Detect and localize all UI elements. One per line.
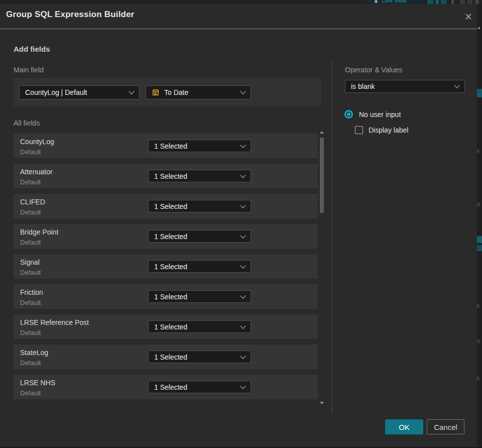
display-label-checkbox[interactable]: Display label: [355, 126, 408, 134]
field-sublabel: Default: [20, 389, 41, 397]
field-sublabel: Default: [20, 239, 41, 246]
background-app-fragment: [477, 202, 480, 206]
background-app-fragment: [467, 0, 472, 4]
chevron-down-icon: [240, 142, 246, 148]
main-field-box: CountyLog | Default To Date: [14, 78, 321, 106]
operator-values-label: Operator & Values: [345, 66, 402, 74]
field-selected-dropdown[interactable]: 1 Selected: [148, 260, 251, 273]
field-name: CountyLog: [20, 138, 54, 146]
scrollbar-down-arrow-icon[interactable]: [320, 402, 324, 404]
background-app-fragment: [477, 340, 480, 343]
background-app-fragment: [477, 377, 479, 380]
field-selected-dropdown[interactable]: 1 Selected: [148, 170, 251, 182]
operator-dropdown[interactable]: is blank: [345, 80, 465, 93]
field-name: CLIFED: [20, 198, 45, 206]
scrollbar-up-arrow-icon[interactable]: [320, 131, 324, 134]
selected-count-label: 1 Selected: [154, 233, 187, 241]
scrollbar-thumb[interactable]: [320, 138, 324, 213]
field-name: Attenuator: [20, 168, 53, 176]
background-app-fragment: [477, 245, 482, 251]
background-app-fragment: [475, 0, 479, 4]
radio-selected-icon: [344, 110, 353, 119]
no-user-input-radio[interactable]: No user input: [344, 110, 401, 119]
field-selected-dropdown[interactable]: 1 Selected: [148, 320, 251, 333]
chevron-down-icon: [240, 263, 246, 268]
main-field-dropdown[interactable]: CountyLog | Default: [19, 85, 140, 99]
background-app-bar: Live view: [0, 0, 482, 4]
all-fields-list: CountyLogDefault1 SelectedAttenuatorDefa…: [14, 134, 318, 405]
background-app-fragment: [477, 236, 482, 243]
calendar-icon: [152, 88, 160, 96]
selected-count-label: 1 Selected: [154, 293, 187, 301]
chevron-down-icon: [240, 323, 246, 328]
background-app-fragment: [478, 27, 480, 29]
field-row: AttenuatorDefault1 Selected: [14, 164, 318, 188]
no-user-input-label: No user input: [359, 110, 401, 119]
background-app-fragment: [477, 150, 479, 153]
chevron-down-icon: [240, 383, 246, 389]
chevron-down-icon: [240, 202, 246, 208]
main-field-dropdown-value: CountyLog | Default: [25, 88, 87, 96]
selected-count-label: 1 Selected: [154, 323, 187, 331]
dialog-title: Group SQL Expression Builder: [6, 10, 135, 20]
background-app-fragment: [477, 89, 482, 97]
background-right-strip: [477, 4, 482, 448]
field-selected-dropdown[interactable]: 1 Selected: [148, 200, 251, 212]
group-sql-expression-builder-dialog: Group SQL Expression Builder ✕ Add field…: [0, 4, 477, 447]
field-sublabel: Default: [20, 148, 41, 156]
title-divider: [0, 29, 477, 29]
field-sublabel: Default: [20, 269, 41, 276]
field-name: LRSE Reference Post: [20, 318, 89, 326]
background-app-fragment: [477, 304, 479, 308]
chevron-down-icon: [240, 233, 246, 238]
chevron-down-icon: [129, 88, 134, 94]
close-icon[interactable]: ✕: [461, 9, 476, 24]
main-field-label: Main field: [14, 66, 44, 74]
ok-button[interactable]: OK: [385, 419, 423, 434]
field-selected-dropdown[interactable]: 1 Selected: [148, 290, 251, 303]
chevron-down-icon: [240, 172, 246, 178]
chevron-down-icon: [240, 293, 246, 298]
all-fields-label: All fields: [14, 119, 40, 127]
selected-count-label: 1 Selected: [154, 263, 187, 271]
live-view-label: Live view: [382, 0, 406, 4]
operator-dropdown-value: is blank: [351, 82, 375, 90]
field-sublabel: Default: [20, 359, 41, 367]
panel-divider: [332, 60, 332, 413]
selected-count-label: 1 Selected: [154, 172, 187, 180]
checkbox-unchecked-icon: [355, 126, 363, 134]
background-app-fragment: [441, 0, 447, 4]
field-selected-dropdown[interactable]: 1 Selected: [148, 351, 251, 363]
chevron-down-icon: [240, 88, 246, 94]
field-name: Signal: [20, 258, 40, 266]
field-row: StateLogDefault1 Selected: [14, 345, 318, 369]
cancel-button[interactable]: Cancel: [427, 419, 464, 434]
field-row: CountyLogDefault1 Selected: [14, 134, 318, 158]
background-app-fragment: [451, 0, 454, 4]
chevron-down-icon: [454, 82, 459, 88]
field-row: FrictionDefault1 Selected: [14, 284, 318, 309]
field-name: Bridge Point: [20, 228, 58, 236]
display-label-label: Display label: [369, 126, 408, 134]
field-name: StateLog: [20, 349, 48, 357]
field-name: LRSE NHS: [20, 379, 55, 387]
field-sublabel: Default: [20, 178, 41, 186]
selected-count-label: 1 Selected: [154, 353, 187, 361]
background-app-fragment: [435, 0, 439, 4]
background-app-fragment: [427, 0, 433, 4]
field-selected-dropdown[interactable]: 1 Selected: [148, 381, 251, 393]
status-dot-icon: [375, 0, 378, 3]
section-title-add-fields: Add fields: [14, 45, 50, 53]
selected-count-label: 1 Selected: [154, 383, 187, 391]
field-selected-dropdown[interactable]: 1 Selected: [148, 230, 251, 243]
main-field-value-dropdown[interactable]: To Date: [146, 85, 251, 99]
field-name: Friction: [20, 288, 43, 296]
main-field-value-dropdown-value: To Date: [164, 88, 188, 96]
field-row: SignalDefault1 Selected: [14, 254, 318, 279]
chevron-down-icon: [240, 353, 246, 359]
field-sublabel: Default: [20, 329, 41, 337]
field-selected-dropdown[interactable]: 1 Selected: [148, 140, 251, 152]
field-row: LRSE Reference PostDefault1 Selected: [14, 314, 318, 339]
selected-count-label: 1 Selected: [154, 142, 187, 150]
field-sublabel: Default: [20, 208, 41, 216]
